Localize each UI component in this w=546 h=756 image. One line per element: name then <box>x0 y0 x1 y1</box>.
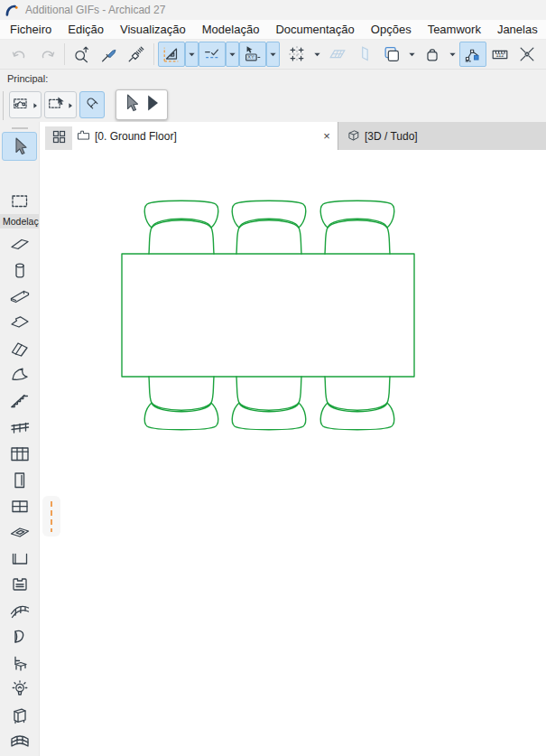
stretch-marquee-button[interactable] <box>541 42 546 67</box>
tool-beam-button[interactable] <box>0 284 40 310</box>
fit-in-window-button[interactable] <box>514 42 541 67</box>
tool-arrow-button[interactable] <box>2 132 37 161</box>
gravity-dropdown[interactable] <box>446 42 459 67</box>
tool-slab-button[interactable] <box>0 310 40 336</box>
tool-wall-button[interactable] <box>0 231 40 257</box>
rotated-grid-button <box>324 42 351 67</box>
tool-object-button[interactable] <box>0 650 40 677</box>
floor-plan-canvas[interactable] <box>40 150 546 756</box>
flyout-arrow-icon[interactable] <box>67 97 74 113</box>
inject-parameters-button[interactable] <box>123 42 150 67</box>
element-snap-button[interactable] <box>459 42 486 67</box>
trace-reference-dropdown[interactable] <box>405 42 419 67</box>
tool-opening-button[interactable] <box>0 546 40 572</box>
menu-opcoes[interactable]: Opções <box>363 20 420 39</box>
undo-icon <box>10 44 30 64</box>
tool-lamp-button[interactable] <box>0 677 40 703</box>
marquee-element-icon <box>12 93 32 117</box>
curved-curtain-wall-tool-icon <box>9 732 31 753</box>
coordinates-dropdown[interactable] <box>266 42 280 67</box>
tool-railing-button[interactable] <box>0 415 40 441</box>
snap-guides-button[interactable] <box>199 42 226 67</box>
tool-window-button[interactable] <box>0 493 40 519</box>
tool-skylight-button[interactable] <box>0 519 40 546</box>
coordinates-button[interactable]: XY: <box>239 42 266 67</box>
box-3d-icon <box>346 128 361 144</box>
drawing-chair-top[interactable] <box>232 201 305 254</box>
arrow-select-button[interactable] <box>116 89 168 120</box>
tool-morph-button[interactable] <box>0 624 40 650</box>
coordinates-icon: XY: <box>243 44 263 64</box>
curtain-wall-tool-icon <box>9 443 31 465</box>
marquee-tool-icon <box>9 191 31 212</box>
grid-snap-dropdown[interactable] <box>310 42 324 67</box>
drawing-svg <box>40 150 546 756</box>
grid-snap-icon <box>287 44 307 64</box>
pickup-parameters-button[interactable] <box>96 42 123 67</box>
marquee-element-button[interactable] <box>9 91 42 118</box>
tab-bar: [0. Ground Floor] × [3D / Tudo] <box>40 122 546 150</box>
opening-tool-icon <box>9 548 31 570</box>
tool-mesh-button[interactable] <box>0 598 40 624</box>
tool-curved-curtain-wall-button[interactable] <box>0 729 40 755</box>
magnet-button[interactable] <box>79 91 105 118</box>
tool-column-button[interactable] <box>0 257 40 284</box>
arrow-tool-icon <box>9 135 31 157</box>
svg-text:XY:: XY: <box>247 54 255 60</box>
marquee-cursor-button[interactable] <box>44 91 77 118</box>
svg-text:112: 112 <box>496 52 504 58</box>
tab-3d-tudo[interactable]: [3D / Tudo] <box>338 122 546 150</box>
drawing-chair-top[interactable] <box>320 201 393 254</box>
archicad-logo-icon <box>5 4 19 17</box>
tab-overview-button[interactable] <box>45 126 72 150</box>
tool-shell-button[interactable] <box>0 362 40 388</box>
tool-marquee-button[interactable] <box>0 188 40 214</box>
principal-toolbar: Principal: <box>0 70 546 122</box>
menu-janelas[interactable]: Janelas <box>489 20 546 39</box>
tool-zone-button[interactable] <box>0 572 40 598</box>
tab-close-button[interactable]: × <box>315 122 338 150</box>
editing-plane-button <box>351 42 378 67</box>
menu-teamwork[interactable]: Teamwork <box>420 20 489 39</box>
zoom-selection-icon <box>72 44 92 64</box>
principal-grip[interactable] <box>3 91 4 120</box>
object-tool-icon <box>9 653 31 675</box>
tab-ground-floor-label: [0. Ground Floor] <box>95 130 177 143</box>
menu-visualizacao[interactable]: Visualização <box>112 20 194 39</box>
undo-button <box>6 42 33 67</box>
drawing-chair-bottom[interactable] <box>232 377 305 430</box>
zoom-selection-button[interactable] <box>69 42 96 67</box>
tool-curtain-wall-button[interactable] <box>0 441 40 467</box>
flyout-arrow-icon[interactable] <box>32 97 39 113</box>
menu-documentacao[interactable]: Documentação <box>267 20 362 39</box>
palette-dock-indicator[interactable] <box>42 496 60 537</box>
tab-ground-floor[interactable]: [0. Ground Floor] <box>72 122 338 150</box>
toolbox-grip[interactable] <box>12 127 28 129</box>
tool-roof-button[interactable] <box>0 336 40 362</box>
guide-lines-dropdown[interactable] <box>185 42 199 67</box>
measure-button[interactable]: 112 <box>486 42 514 67</box>
grid-snap-button[interactable] <box>283 42 310 67</box>
tool-equipment-button[interactable] <box>0 703 40 729</box>
guide-lines-button[interactable] <box>158 42 185 67</box>
trace-reference-button[interactable] <box>378 42 405 67</box>
drawing-table[interactable] <box>122 254 414 377</box>
snap-guides-dropdown[interactable] <box>226 42 239 67</box>
trace-reference-icon <box>382 44 402 64</box>
menu-ficheiro[interactable]: Ficheiro <box>2 20 60 39</box>
toolbar-separator <box>64 43 65 65</box>
wall-tool-icon <box>9 234 31 256</box>
menu-modelacao[interactable]: Modelação <box>194 20 268 39</box>
drawing-chair-bottom[interactable] <box>320 377 393 430</box>
gravity-button[interactable] <box>419 42 446 67</box>
tool-stair-button[interactable] <box>0 388 40 415</box>
flyout-arrow-icon[interactable] <box>142 92 163 117</box>
fit-in-window-icon <box>517 44 537 64</box>
drawing-chair-top[interactable] <box>144 201 217 254</box>
pickup-parameters-icon <box>99 44 119 64</box>
drawing-chair-bottom[interactable] <box>144 377 217 430</box>
archicad-window: Additional GIFs - Archicad 27 FicheiroEd… <box>0 0 546 756</box>
menu-edicao[interactable]: Edição <box>60 20 112 39</box>
toolbar-separator <box>153 43 154 65</box>
tool-door-button[interactable] <box>0 467 40 493</box>
